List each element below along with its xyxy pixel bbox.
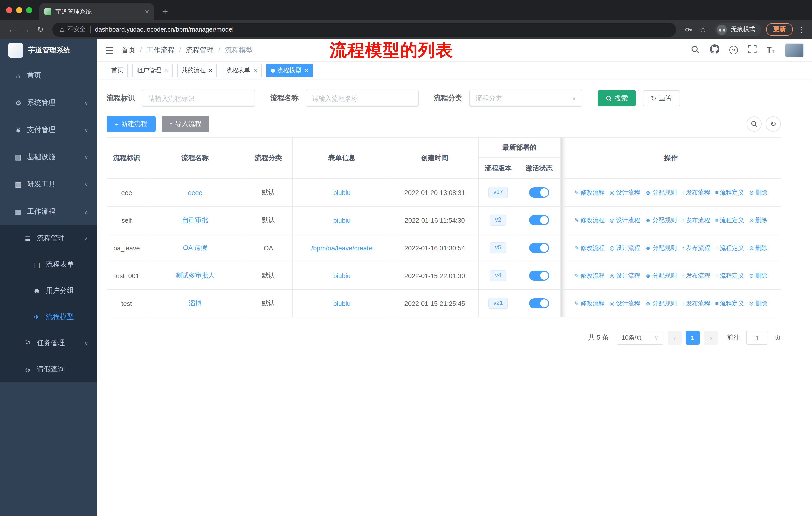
prev-page-button[interactable]: ‹ (668, 331, 682, 345)
row-action-link[interactable]: ≡ 流程定义 (715, 188, 744, 197)
sidebar-item[interactable]: ▥ 研发工具 ∨ (0, 171, 97, 198)
address-bar[interactable]: ⚠ 不安全 dashboard.yudao.iocoder.cn/bpm/man… (52, 22, 676, 36)
search-button[interactable]: 搜索 (598, 90, 636, 106)
browser-tab[interactable]: 芋道管理系统 × (39, 3, 154, 20)
active-toggle[interactable] (529, 298, 549, 308)
tab-close-icon[interactable]: × (145, 7, 149, 16)
create-process-button[interactable]: + 新建流程 (107, 116, 155, 132)
sidebar-item[interactable]: ≣ 流程管理 ∧ (0, 225, 97, 251)
tag-close-icon[interactable]: × (253, 66, 257, 74)
font-size-icon[interactable]: TT (767, 46, 775, 54)
sidebar-item[interactable]: ✈ 流程模型 (0, 304, 97, 330)
maximize-window-button[interactable] (26, 7, 32, 13)
active-toggle[interactable] (529, 187, 549, 197)
import-process-button[interactable]: ↑ 导入流程 (161, 116, 209, 132)
page-tag[interactable]: 流程模型 × (266, 64, 313, 77)
back-icon[interactable]: ← (5, 25, 19, 34)
breadcrumb-item[interactable]: 工作流程 (146, 46, 186, 55)
minimize-window-button[interactable] (16, 7, 22, 13)
row-action-link[interactable]: ≡ 流程定义 (715, 244, 744, 252)
forward-icon[interactable]: → (19, 25, 33, 34)
row-action-link[interactable]: ◎ 设计流程 (610, 216, 640, 224)
row-action-link[interactable]: ↑ 发布流程 (682, 188, 710, 197)
goto-page-input[interactable] (746, 331, 768, 345)
sidebar-item[interactable]: ☺ 请假查询 (0, 356, 97, 382)
fullscreen-icon[interactable] (748, 45, 757, 55)
row-action-link[interactable]: ✎ 修改流程 (574, 216, 604, 224)
sidebar-item[interactable]: ⚙ 系统管理 ∨ (0, 89, 97, 116)
sidebar-item[interactable]: ☻ 用户分组 (0, 278, 97, 304)
sidebar-item[interactable]: ▤ 流程表单 (0, 251, 97, 278)
form-info-link[interactable]: biubiu (333, 216, 350, 224)
process-name-link[interactable]: 测试多审批人 (175, 272, 215, 279)
user-avatar[interactable] (785, 43, 804, 57)
row-action-link[interactable]: ◎ 设计流程 (610, 271, 640, 280)
row-action-link[interactable]: ☻ 分配规则 (645, 299, 676, 308)
breadcrumb-item[interactable]: 流程模型 (225, 46, 253, 55)
row-action-link[interactable]: ◎ 设计流程 (610, 299, 640, 308)
row-action-link[interactable]: ↑ 发布流程 (682, 271, 710, 280)
process-name-input[interactable] (306, 90, 419, 107)
row-action-link[interactable]: ☻ 分配规则 (645, 216, 676, 224)
reset-button[interactable]: ↻ 重置 (643, 90, 680, 106)
row-action-link[interactable]: ✎ 修改流程 (574, 271, 604, 280)
row-action-link[interactable]: ✎ 修改流程 (574, 244, 604, 252)
form-info-link[interactable]: /bpm/oa/leave/create (311, 244, 373, 252)
form-info-link[interactable]: biubiu (333, 272, 350, 279)
sidebar-item[interactable]: ¥ 支付管理 ∨ (0, 116, 97, 144)
page-tag[interactable]: 首页 × (107, 64, 128, 77)
search-icon[interactable] (691, 45, 700, 56)
sidebar-item[interactable]: ⚐ 任务管理 ∨ (0, 330, 97, 356)
row-action-link[interactable]: ⊘ 删除 (749, 216, 767, 224)
sidebar-item[interactable]: ⌂ 首页 (0, 62, 97, 89)
breadcrumb-item[interactable]: 流程管理 (186, 46, 225, 55)
close-window-button[interactable] (6, 7, 12, 13)
row-action-link[interactable]: ⊘ 删除 (749, 299, 767, 308)
process-name-link[interactable]: eeee (188, 189, 202, 196)
refresh-table-button[interactable]: ↻ (766, 116, 781, 132)
row-action-link[interactable]: ☻ 分配规则 (645, 244, 676, 252)
breadcrumb-item[interactable]: 首页 (121, 46, 146, 55)
row-action-link[interactable]: ↑ 发布流程 (682, 216, 710, 224)
sidebar-collapse-icon[interactable] (105, 47, 114, 54)
row-action-link[interactable]: ◎ 设计流程 (610, 188, 640, 197)
github-icon[interactable] (710, 44, 719, 56)
security-warning[interactable]: ⚠ 不安全 (59, 25, 86, 34)
process-name-link[interactable]: 滔博 (188, 299, 202, 307)
row-action-link[interactable]: ✎ 修改流程 (574, 188, 604, 197)
category-select[interactable]: 流程分类 ∨ (469, 90, 582, 107)
row-action-link[interactable]: ↑ 发布流程 (682, 299, 710, 308)
form-info-link[interactable]: biubiu (333, 189, 350, 196)
process-name-link[interactable]: 自己审批 (182, 216, 208, 224)
row-action-link[interactable]: ≡ 流程定义 (715, 299, 744, 308)
row-action-link[interactable]: ≡ 流程定义 (715, 271, 744, 280)
row-action-link[interactable]: ⊘ 删除 (749, 244, 767, 252)
row-action-link[interactable]: ↑ 发布流程 (682, 244, 710, 252)
sidebar-item[interactable]: ▦ 工作流程 ∧ (0, 198, 97, 225)
active-toggle[interactable] (529, 215, 549, 225)
row-action-link[interactable]: ☻ 分配规则 (645, 188, 676, 197)
update-button[interactable]: 更新 (766, 23, 793, 36)
next-page-button[interactable]: › (704, 331, 718, 345)
help-icon[interactable]: ? (729, 46, 738, 54)
page-size-select[interactable]: 10条/页 ∨ (617, 331, 664, 345)
sidebar-item[interactable]: ▤ 基础设施 ∨ (0, 144, 97, 171)
active-toggle[interactable] (529, 271, 549, 281)
browser-menu-icon[interactable]: ⋮ (798, 25, 805, 33)
form-info-link[interactable]: biubiu (333, 300, 350, 307)
row-action-link[interactable]: ⊘ 删除 (749, 188, 767, 197)
page-tag[interactable]: 我的流程 × (177, 64, 217, 77)
row-action-link[interactable]: ☻ 分配规则 (645, 271, 676, 280)
key-icon[interactable] (685, 25, 692, 33)
row-action-link[interactable]: ≡ 流程定义 (715, 216, 744, 224)
new-tab-button[interactable]: + (162, 6, 168, 17)
tag-close-icon[interactable]: × (209, 66, 212, 74)
page-tag[interactable]: 租户管理 × (133, 64, 172, 77)
toggle-search-button[interactable] (747, 116, 762, 132)
row-action-link[interactable]: ◎ 设计流程 (610, 244, 640, 252)
process-id-input[interactable] (142, 90, 255, 107)
row-action-link[interactable]: ⊘ 删除 (749, 271, 767, 280)
reload-icon[interactable]: ↻ (33, 25, 47, 34)
current-page-button[interactable]: 1 (686, 331, 700, 345)
process-name-link[interactable]: OA 请假 (183, 244, 207, 251)
